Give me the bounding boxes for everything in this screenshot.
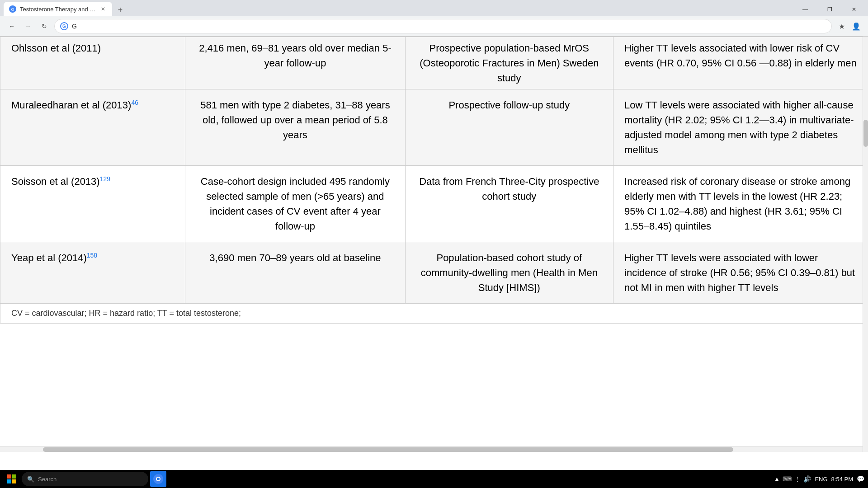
population-cell: 3,690 men 70–89 years old at baseline [185, 242, 405, 304]
author-cell: Yeap et al (2014)158 [0, 242, 185, 304]
design-cell: Prospective follow-up study [405, 89, 613, 166]
page-content: Ohlsson et al (2011) 2,416 men, 69–81 ye… [0, 37, 868, 470]
bookmark-star-icon[interactable]: ★ [835, 20, 848, 33]
taskbar-search-icon: 🔍 [27, 476, 34, 483]
vertical-scrollbar-track[interactable] [863, 37, 868, 452]
table-row: Soisson et al (2013)129 Case-cohort desi… [0, 166, 868, 242]
taskbar-volume-icon[interactable]: 🔊 [803, 475, 811, 483]
back-button[interactable]: ← [5, 20, 18, 33]
taskbar-right: ▲ ⌨ ⋮ 🔊 ENG 8:54 PM 💬 [774, 475, 864, 483]
findings-cell: Increased risk of coronary disease or st… [613, 166, 868, 242]
address-text: G [72, 23, 826, 30]
design-cell: Prospective population-based MrOS (Osteo… [405, 37, 613, 89]
horizontal-scrollbar-track[interactable] [0, 446, 863, 452]
tab-bar: G Testosterone Therapy and Cardio... ✕ +… [0, 0, 868, 16]
author-cell: Ohlsson et al (2011) [0, 37, 185, 89]
taskbar-chrome-app[interactable] [150, 471, 166, 487]
svg-rect-7 [12, 479, 16, 483]
svg-point-10 [157, 478, 160, 480]
address-bar[interactable]: G G [54, 19, 832, 33]
active-tab[interactable]: G Testosterone Therapy and Cardio... ✕ [4, 2, 112, 16]
reload-button[interactable]: ↻ [38, 20, 51, 33]
design-cell: Population-based cohort study of communi… [405, 242, 613, 304]
profile-icon[interactable]: 👤 [850, 20, 863, 33]
svg-rect-4 [7, 474, 11, 479]
taskbar-notification-icon[interactable]: 💬 [857, 475, 864, 483]
findings-cell: Higher TT levels associated with lower r… [613, 37, 868, 89]
taskbar-network-icon[interactable]: ⋮ [794, 475, 801, 483]
close-button[interactable]: ✕ [844, 3, 864, 16]
svg-rect-6 [7, 479, 11, 483]
taskbar-search[interactable]: 🔍 Search [22, 472, 148, 486]
population-cell: 581 men with type 2 diabetes, 31–88 year… [185, 89, 405, 166]
tab-favicon: G [9, 5, 16, 13]
table-footer-row: CV = cardiovascular; HR = hazard ratio; … [0, 304, 868, 324]
design-cell: Data from French Three-City prospective … [405, 166, 613, 242]
new-tab-button[interactable]: + [114, 4, 127, 16]
svg-rect-5 [12, 474, 16, 479]
taskbar-time: 8:54 PM [831, 476, 853, 483]
findings-cell: Low TT levels were associated with highe… [613, 89, 868, 166]
footer-text: CV = cardiovascular; HR = hazard ratio; … [0, 304, 868, 324]
window-controls: — ❐ ✕ [795, 3, 864, 16]
google-icon: G [60, 22, 68, 30]
studies-table: Ohlsson et al (2011) 2,416 men, 69–81 ye… [0, 37, 868, 324]
windows-icon [7, 474, 16, 483]
minimize-button[interactable]: — [795, 3, 816, 16]
population-cell: 2,416 men, 69–81 years old over median 5… [185, 37, 405, 89]
table-row: Muraleedharan et al (2013)46 581 men wit… [0, 89, 868, 166]
findings-cell: Higher TT levels were associated with lo… [613, 242, 868, 304]
taskbar-search-text: Search [38, 476, 57, 483]
maximize-button[interactable]: ❐ [819, 3, 840, 16]
population-cell: Case-cohort design included 495 randomly… [185, 166, 405, 242]
author-cell: Soisson et al (2013)129 [0, 166, 185, 242]
address-bar-row: ← → ↻ G G ★ 👤 [0, 16, 868, 36]
browser-chrome: G Testosterone Therapy and Cardio... ✕ +… [0, 0, 868, 37]
table-row-partial: Ohlsson et al (2011) 2,416 men, 69–81 ye… [0, 37, 868, 89]
forward-button[interactable]: → [22, 20, 34, 33]
taskbar-system-icons: ▲ ⌨ ⋮ 🔊 [774, 475, 811, 483]
svg-text:G: G [11, 7, 14, 12]
author-cell: Muraleedharan et al (2013)46 [0, 89, 185, 166]
taskbar-chevron-icon[interactable]: ▲ [774, 475, 780, 483]
chrome-taskbar-icon [153, 474, 163, 484]
horizontal-scrollbar-thumb[interactable] [43, 447, 733, 452]
tab-title: Testosterone Therapy and Cardio... [20, 6, 96, 13]
taskbar-language: ENG [815, 476, 827, 483]
taskbar: 🔍 Search ▲ ⌨ ⋮ 🔊 ENG 8:54 PM 💬 [0, 470, 868, 488]
svg-text:G: G [62, 24, 66, 29]
tab-close-button[interactable]: ✕ [99, 5, 107, 13]
table-row: Yeap et al (2014)158 3,690 men 70–89 yea… [0, 242, 868, 304]
start-button[interactable] [4, 471, 20, 487]
content-area: Ohlsson et al (2011) 2,416 men, 69–81 ye… [0, 37, 868, 470]
taskbar-keyboard-icon[interactable]: ⌨ [783, 475, 792, 483]
vertical-scrollbar-thumb[interactable] [863, 120, 868, 147]
toolbar-icons: ★ 👤 [835, 20, 863, 33]
